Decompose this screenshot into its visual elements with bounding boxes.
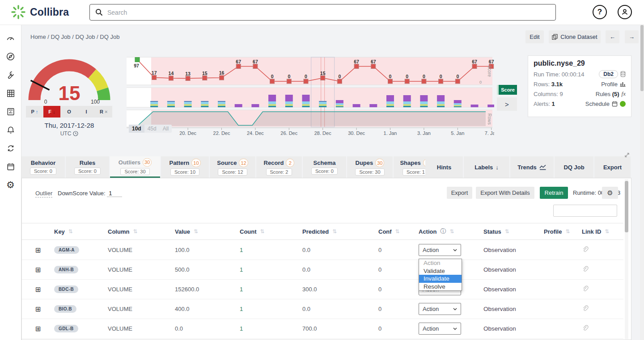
table-search-input[interactable] [553,205,617,217]
dq-job-button[interactable]: DQ Job [555,156,593,178]
sidebar-item-tools[interactable] [2,66,20,84]
sort-icon[interactable]: ⇅ [565,228,570,235]
tab-source[interactable]: Source12 Score: 12 [210,156,255,178]
sort-icon[interactable]: ⇅ [133,228,137,235]
count-link[interactable]: 1 [240,286,302,293]
global-search[interactable] [89,4,556,21]
tab-record[interactable]: Record2 Score: 2 [256,156,302,178]
export-tab-button[interactable]: Export [594,156,631,178]
sort-icon[interactable]: ⇅ [395,228,400,235]
expand-row-icon[interactable]: ⊞ [35,246,54,254]
sidebar-item-datasets[interactable] [2,84,20,102]
table-scrollbar[interactable] [625,179,628,339]
expand-row-icon[interactable]: ⊞ [35,305,54,313]
svg-text:67: 67 [472,59,477,64]
tab-i[interactable]: I [78,106,95,118]
paperclip-icon[interactable] [582,325,589,332]
profile-button[interactable] [618,5,632,19]
edit-button[interactable]: Edit [525,30,544,43]
hints-button[interactable]: Hints [425,156,463,178]
dropdown-option-action[interactable]: Action [419,259,462,267]
sidebar-item-settings[interactable]: ⚙ [2,176,20,194]
key-pill[interactable]: BIO.B [54,305,76,313]
table-settings-button[interactable]: ⚙ [602,187,618,199]
sidebar-item-dashboard[interactable] [2,29,20,47]
sidebar-item-jobs[interactable] [2,139,20,157]
tab-dupes[interactable]: Dupes30 Score: 30 [347,156,393,178]
sidebar-item-schedule[interactable] [2,157,20,176]
count-link[interactable]: 1 [240,266,302,273]
expand-row-icon[interactable]: ⊞ [35,325,54,333]
key-pill[interactable]: GDL-B [54,325,78,332]
sort-icon[interactable]: ⇅ [605,228,609,235]
rules-link[interactable]: Rules [596,91,610,97]
sidebar-item-alerts[interactable] [2,121,20,139]
schedule-link[interactable]: Schedule [585,101,610,107]
breadcrumb[interactable]: Home / DQ Job / DQ Job / DQ Job [30,34,119,40]
search-input[interactable] [107,9,550,16]
key-pill[interactable]: ANH-B [54,266,78,273]
dropdown-option-invalidate[interactable]: Invalidate [419,275,462,283]
tab-o[interactable]: O [60,106,78,118]
dq-category-tabs: Behavior Score: 0 Rules Score: 0 Outlier… [21,156,438,178]
paperclip-icon[interactable] [582,305,589,312]
sort-icon[interactable]: ⇅ [260,228,265,235]
retrain-button[interactable]: Retrain [540,187,568,199]
trends-button[interactable]: Trends [510,156,554,178]
chart-next-button[interactable]: > [497,97,517,111]
help-button[interactable]: ? [593,5,607,19]
back-button[interactable]: ← [606,30,619,43]
range-all[interactable]: All [160,125,172,133]
range-10d[interactable]: 10d [129,125,144,133]
tab-schema[interactable]: Schema Score: 0 [303,156,346,178]
tab-r[interactable]: R× [95,106,112,118]
action-select[interactable]: Action [419,244,461,256]
score-series-button[interactable]: Score [497,85,517,95]
outlier-section-label[interactable]: Outlier [35,190,52,197]
sort-icon[interactable]: ⇅ [505,228,509,235]
paperclip-icon[interactable] [582,246,589,253]
action-select[interactable]: Action [419,303,461,315]
labels-button[interactable]: Labels ↓ [464,156,509,178]
db-badge[interactable]: Db2 [599,70,618,78]
clone-dataset-button[interactable]: Clone Dataset [549,30,601,43]
page-scrollbar-thumb[interactable] [640,25,644,91]
tab-failing[interactable]: F↓ [43,106,61,118]
sort-icon[interactable]: ⇅ [68,228,73,235]
action-select[interactable]: Action [419,323,461,335]
count-link[interactable]: 1 [240,247,302,253]
dropdown-option-resolve[interactable]: Resolve [419,283,462,291]
sidebar-item-explore[interactable] [2,47,20,66]
export-button[interactable]: Export [447,187,472,199]
tab-rules[interactable]: Rules Score: 0 [66,156,109,178]
tab-pattern[interactable]: Pattern10 Score: 10 [161,156,209,178]
range-45d[interactable]: 45d [144,125,160,133]
expand-row-icon[interactable]: ⊞ [35,266,54,274]
alerts-label: Alerts: [534,101,550,107]
sort-icon[interactable]: ⇅ [194,228,198,235]
expand-row-icon[interactable]: ⊞ [35,285,54,294]
tab-passing[interactable]: P↑ [26,106,43,118]
key-pill[interactable]: BDC-B [54,285,78,293]
table-scrollbar-thumb[interactable] [625,181,628,232]
key-pill[interactable]: AGM-A [54,246,79,254]
tab-outliers[interactable]: Outliers30 Score: 30 [110,156,160,178]
paperclip-icon[interactable] [582,266,589,273]
action-info-icon[interactable]: ⓘ [440,227,446,235]
tab-behavior[interactable]: Behavior Score: 0 [21,156,65,178]
sidebar-item-reports[interactable] [2,102,20,121]
profile-link[interactable]: Profile [601,81,618,88]
count-link[interactable]: 1 [240,306,302,312]
paperclip-icon[interactable] [582,285,589,292]
dropdown-option-validate[interactable]: Validate [419,267,462,275]
sort-icon[interactable]: ⇅ [449,228,454,235]
expand-panel-icon[interactable] [624,152,630,158]
sort-icon[interactable]: ⇅ [332,228,337,235]
downscore-input[interactable] [107,190,122,197]
dq-trend-chart[interactable]: 9717141315166767000150676700000676720. D… [127,56,494,137]
export-with-details-button[interactable]: Export With Details [476,187,534,199]
collibra-logo[interactable]: Collibra [11,4,69,20]
count-link[interactable]: 1 [240,325,302,332]
forward-button[interactable]: → [625,30,639,43]
outliers-panel: Outlier DownScore Value: Export Export W… [21,178,631,340]
